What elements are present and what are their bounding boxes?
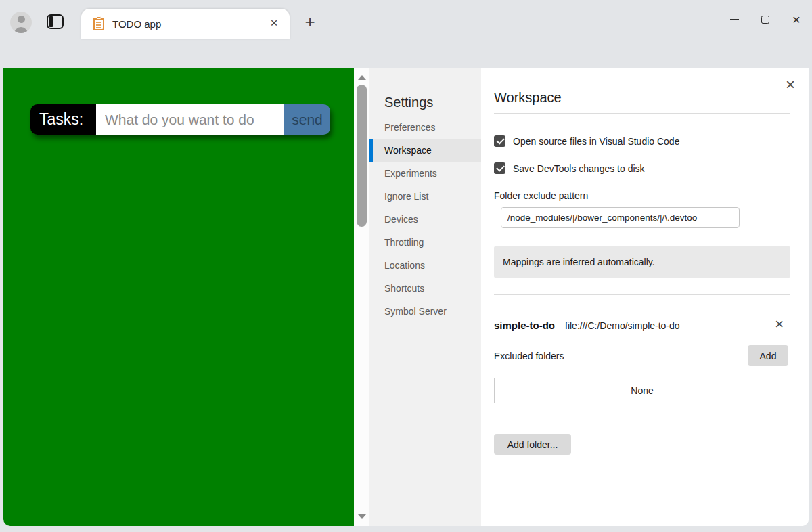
- new-tab-button[interactable]: +: [300, 12, 320, 32]
- sidebar-item-ignore-list[interactable]: Ignore List: [369, 185, 481, 208]
- clipboard-favicon-icon: [93, 18, 104, 30]
- minimize-icon: [730, 19, 739, 20]
- checkbox-checked-icon[interactable]: [494, 162, 505, 174]
- selected-accent-bar: [369, 139, 373, 162]
- sidebar-item-label: Preferences: [384, 122, 435, 133]
- sidebar-item-label: Locations: [384, 260, 425, 271]
- sidebar-item-label: Ignore List: [384, 191, 428, 202]
- window-minimize-button[interactable]: [719, 6, 750, 33]
- mappings-info-box: Mappings are inferred automatically.: [494, 246, 790, 278]
- scroll-down-icon[interactable]: [358, 514, 366, 519]
- settings-sidebar: Settings PreferencesWorkspaceExperiments…: [369, 68, 481, 526]
- excluded-folders-empty: None: [494, 378, 790, 403]
- panel-title: Workspace: [494, 90, 790, 106]
- tasks-label: Tasks:: [30, 104, 96, 135]
- remove-folder-button[interactable]: ×: [775, 315, 784, 333]
- checkbox-label[interactable]: Save DevTools changes to disk: [513, 163, 645, 174]
- sidebar-item-shortcuts[interactable]: Shortcuts: [369, 277, 481, 300]
- excluded-folders-label: Excluded folders: [494, 351, 564, 361]
- window-close-button[interactable]: ×: [781, 6, 812, 33]
- sidebar-item-locations[interactable]: Locations: [369, 254, 481, 277]
- sidebar-item-experiments[interactable]: Experiments: [369, 162, 481, 185]
- tab-close-icon[interactable]: ×: [267, 16, 281, 31]
- settings-close-button[interactable]: ×: [782, 76, 799, 93]
- sidebar-item-label: Throttling: [384, 237, 424, 248]
- tab-actions-icon[interactable]: [47, 14, 64, 29]
- excluded-folders-row: Excluded folders Add: [494, 345, 790, 366]
- sidebar-item-label: Symbol Server: [384, 306, 447, 317]
- send-button[interactable]: send: [284, 104, 330, 135]
- sidebar-item-label: Workspace: [384, 145, 432, 156]
- divider: [494, 294, 790, 295]
- sidebar-item-label: Experiments: [384, 168, 437, 179]
- scrollbar-thumb[interactable]: [357, 85, 367, 227]
- checkbox-checked-icon[interactable]: [494, 135, 505, 147]
- sidebar-item-label: Shortcuts: [384, 283, 424, 294]
- window-maximize-button[interactable]: [750, 6, 781, 33]
- tasks-widget: Tasks: send: [30, 104, 330, 135]
- settings-nav: PreferencesWorkspaceExperimentsIgnore Li…: [369, 116, 481, 323]
- sidebar-item-preferences[interactable]: Preferences: [369, 116, 481, 139]
- close-icon: ×: [792, 12, 800, 26]
- tab-strip: TODO app × + ×: [0, 0, 812, 39]
- page-scrollbar[interactable]: [354, 68, 369, 526]
- browser-tab[interactable]: TODO app ×: [81, 9, 290, 39]
- folder-name: simple-to-do: [494, 319, 555, 331]
- sidebar-item-label: Devices: [384, 214, 418, 225]
- add-excluded-folder-button[interactable]: Add: [748, 345, 788, 366]
- window-controls: ×: [719, 0, 812, 39]
- checkbox-list: Open source files in Visual Studio CodeS…: [494, 135, 790, 174]
- divider: [494, 113, 790, 114]
- folder-path: file:///C:/Demo/simple-to-do: [565, 320, 680, 331]
- add-folder-button[interactable]: Add folder...: [494, 434, 571, 455]
- browser-toolbar: ← i File C:/Demo/simple-to-do/index.html…: [0, 39, 812, 68]
- profile-avatar-icon[interactable]: [10, 12, 32, 33]
- folder-exclude-label: Folder exclude pattern: [494, 190, 790, 201]
- checkbox-row: Open source files in Visual Studio Code: [494, 135, 790, 147]
- todo-page: Tasks: send: [3, 68, 354, 526]
- sidebar-item-throttling[interactable]: Throttling: [369, 231, 481, 254]
- maximize-icon: [761, 16, 769, 24]
- checkbox-label[interactable]: Open source files in Visual Studio Code: [513, 136, 679, 147]
- browser-content: Tasks: send Settings PreferencesWorkspac…: [3, 68, 809, 526]
- workspace-panel: × Workspace Open source files in Visual …: [481, 68, 809, 526]
- workspace-folder-row: simple-to-do file:///C:/Demo/simple-to-d…: [494, 319, 790, 331]
- sidebar-item-workspace[interactable]: Workspace: [369, 139, 481, 162]
- folder-exclude-input[interactable]: [501, 207, 740, 228]
- tab-title: TODO app: [112, 18, 161, 30]
- scroll-up-icon[interactable]: [358, 75, 366, 80]
- settings-title: Settings: [384, 95, 481, 110]
- checkbox-row: Save DevTools changes to disk: [494, 162, 790, 174]
- sidebar-item-devices[interactable]: Devices: [369, 208, 481, 231]
- sidebar-item-symbol-server[interactable]: Symbol Server: [369, 300, 481, 323]
- task-input[interactable]: [96, 104, 284, 135]
